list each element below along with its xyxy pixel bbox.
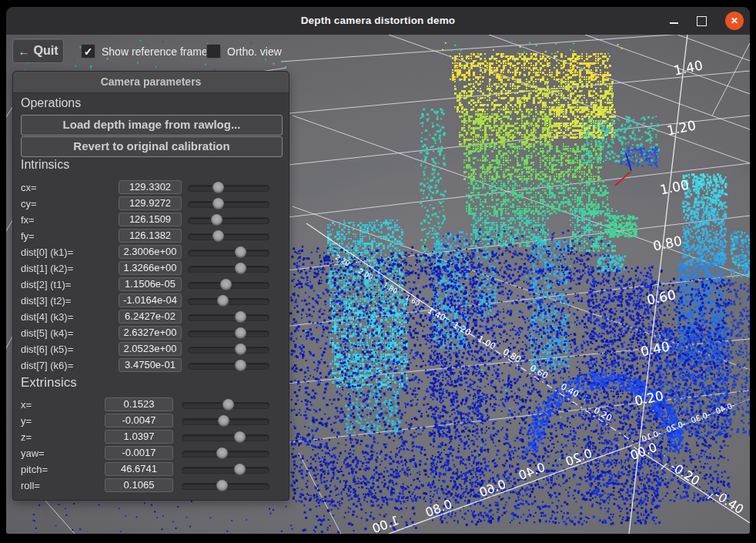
- slider-knob[interactable]: [235, 360, 246, 371]
- slider-track: [188, 330, 269, 337]
- slider-track: [188, 298, 269, 305]
- param-value-field[interactable]: 2.3006e+00: [119, 245, 182, 259]
- param-value-field[interactable]: 0.1065: [105, 478, 173, 492]
- param-slider[interactable]: [188, 230, 268, 242]
- param-value-field[interactable]: 6.2427e-02: [119, 310, 182, 323]
- param-slider[interactable]: [188, 246, 268, 258]
- slider-track: [188, 201, 269, 208]
- slider-knob[interactable]: [212, 182, 224, 193]
- param-slider[interactable]: [188, 197, 268, 209]
- param-value-field[interactable]: 2.0523e+00: [119, 342, 182, 356]
- param-slider[interactable]: [188, 181, 268, 193]
- checkbox-checked-icon[interactable]: ✓: [81, 44, 95, 59]
- slider-knob[interactable]: [216, 447, 228, 459]
- param-value-field[interactable]: 1.3266e+00: [119, 261, 182, 275]
- param-value-field[interactable]: -0.0047: [105, 414, 173, 427]
- param-value-field[interactable]: 126.1509: [119, 213, 182, 226]
- axis-label: 0.80: [423, 497, 454, 521]
- slider-knob[interactable]: [212, 198, 224, 209]
- minimize-icon[interactable]: [670, 22, 678, 24]
- param-label: dist[0] (k1)=: [21, 246, 73, 258]
- panel-title[interactable]: Camera parameters: [13, 72, 289, 93]
- slider-track: [182, 434, 269, 441]
- slider-knob[interactable]: [235, 311, 246, 323]
- slider-knob[interactable]: [235, 327, 246, 339]
- axis-label: 1.80: [382, 281, 399, 295]
- parameter-row: dist[6] (k5)=2.0523e+00: [13, 341, 289, 357]
- quit-button[interactable]: ← Quit: [12, 39, 64, 63]
- slider-knob[interactable]: [234, 431, 246, 443]
- param-label: dist[2] (t1)=: [21, 279, 71, 290]
- param-label: cx=: [21, 182, 37, 193]
- show-reference-frame-checkbox[interactable]: ✓ Show reference frame: [81, 44, 208, 59]
- axis-label: 0.20: [592, 405, 614, 423]
- param-slider[interactable]: [188, 278, 268, 290]
- param-label: dist[1] (k2)=: [21, 263, 73, 274]
- param-label: cy=: [21, 198, 37, 209]
- slider-knob[interactable]: [217, 295, 229, 307]
- close-icon[interactable]: ✕: [725, 12, 744, 30]
- slider-knob[interactable]: [235, 344, 246, 355]
- param-value-field[interactable]: 1.1506e-05: [119, 277, 182, 291]
- param-value-field[interactable]: -0.0017: [105, 446, 173, 460]
- parameter-row: dist[4] (k3)=6.2427e-02: [13, 309, 289, 325]
- slider-knob[interactable]: [222, 399, 234, 411]
- param-slider[interactable]: [188, 262, 268, 274]
- titlebar[interactable]: Depth camera distortion demo ✕: [6, 7, 750, 35]
- revert-calibration-button[interactable]: Revert to original calibration: [21, 136, 283, 157]
- 3d-viewport[interactable]: 1.401.201.000.800.600.400.200.00-0.20-0.…: [6, 35, 750, 534]
- ortho-view-checkbox[interactable]: Ortho. view: [206, 44, 282, 59]
- checkbox-unchecked-icon[interactable]: [206, 44, 221, 59]
- slider-track: [188, 250, 269, 256]
- slider-knob[interactable]: [235, 246, 246, 258]
- param-slider[interactable]: [182, 398, 268, 411]
- slider-knob[interactable]: [212, 230, 224, 242]
- param-value-field[interactable]: 2.6327e+00: [119, 326, 182, 340]
- param-slider[interactable]: [182, 447, 268, 459]
- axis-label: 1.00: [476, 334, 497, 351]
- show-reference-frame-label: Show reference frame: [102, 45, 208, 58]
- axis-label: -0.40: [714, 401, 736, 415]
- slider-track: [188, 314, 269, 321]
- param-slider[interactable]: [188, 327, 268, 339]
- param-value-field[interactable]: 129.3302: [119, 180, 182, 194]
- slider-track: [188, 347, 269, 354]
- screenshot-root: Depth camera distortion demo ✕ 1.401.201…: [0, 0, 756, 543]
- param-slider[interactable]: [188, 294, 268, 307]
- param-value-field[interactable]: -1.0164e-04: [119, 293, 182, 307]
- param-value-field[interactable]: 3.4750e-01: [119, 358, 182, 372]
- param-slider[interactable]: [182, 463, 268, 475]
- param-label: dist[6] (k5)=: [21, 344, 73, 355]
- param-slider[interactable]: [182, 431, 268, 443]
- slider-knob[interactable]: [211, 214, 222, 226]
- param-slider[interactable]: [188, 343, 268, 355]
- param-value-field[interactable]: 0.1523: [105, 397, 173, 411]
- axis-label: 0.40: [559, 381, 580, 399]
- slider-knob[interactable]: [216, 480, 228, 491]
- operations-section-label: Operations: [21, 96, 81, 110]
- param-slider[interactable]: [188, 213, 268, 226]
- param-value-field[interactable]: 1.0397: [105, 430, 173, 444]
- extrinsics-section-label: Extrinsics: [21, 375, 77, 390]
- slider-knob[interactable]: [234, 464, 246, 475]
- param-value-field[interactable]: 129.9272: [119, 196, 182, 210]
- slider-knob[interactable]: [220, 279, 232, 290]
- axis-label: 0.60: [645, 287, 677, 307]
- param-value-field[interactable]: 126.1382: [119, 229, 182, 243]
- axis-label: 1.20: [665, 117, 697, 138]
- load-depth-image-button[interactable]: Load depth image from rawlog...: [21, 115, 283, 136]
- maximize-icon[interactable]: [697, 16, 707, 26]
- parameter-row: dist[3] (t2)=-1.0164e-04: [13, 293, 289, 309]
- slider-knob[interactable]: [235, 263, 246, 274]
- param-label: roll=: [21, 480, 40, 491]
- slider-knob[interactable]: [218, 415, 229, 427]
- param-slider[interactable]: [182, 479, 268, 491]
- slider-track: [188, 217, 269, 224]
- parameter-row: dist[7] (k6)=3.4750e-01: [13, 357, 289, 374]
- axis-label: 0.80: [501, 347, 523, 364]
- axis-label: 0.20: [564, 446, 594, 470]
- param-slider[interactable]: [188, 310, 268, 323]
- param-slider[interactable]: [182, 414, 268, 427]
- param-slider[interactable]: [188, 359, 268, 371]
- param-value-field[interactable]: 46.6741: [105, 462, 173, 476]
